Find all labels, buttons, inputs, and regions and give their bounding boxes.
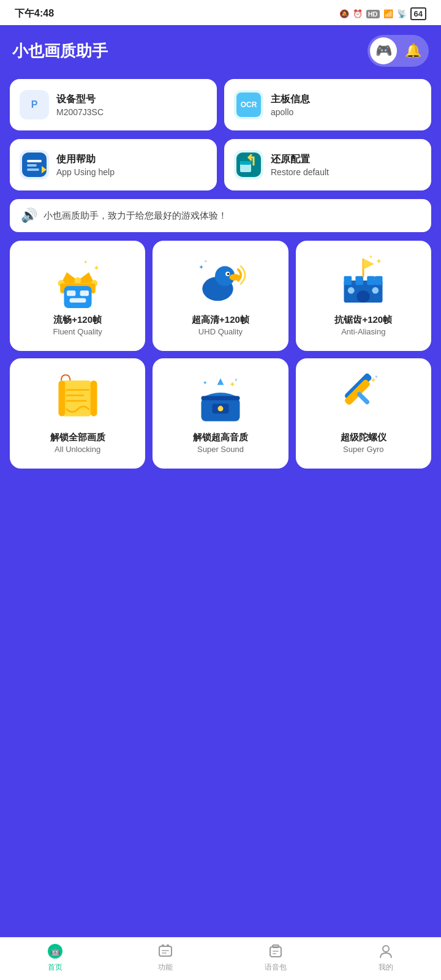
restore-text: 还原配置 Restore default — [271, 153, 329, 177]
super-gyro-icon: ✦ ✦ — [336, 371, 391, 426]
uhd-quality-icon: ✦ ✦ — [193, 253, 248, 308]
svg-text:✦: ✦ — [375, 257, 382, 266]
svg-text:🤖: 🤖 — [50, 946, 61, 957]
fluent-quality-cn: 流畅+120帧 — [53, 314, 102, 326]
super-gyro-cn: 超级陀螺仪 — [341, 432, 386, 443]
status-bar: 下午4:48 🔕 ⏰ HD 📶 📡 64 — [0, 0, 441, 25]
restore-card[interactable]: 还原配置 Restore default — [224, 139, 431, 190]
svg-rect-70 — [273, 951, 279, 952]
svg-rect-64 — [162, 944, 164, 947]
app-title: 小也画质助手 — [12, 40, 108, 62]
gamepad-button[interactable]: 🎮 — [370, 37, 397, 64]
svg-rect-34 — [348, 287, 355, 294]
svg-rect-17 — [80, 290, 88, 296]
fluent-quality-en: Fluent Quality — [53, 327, 102, 336]
device-icon: P — [20, 90, 49, 119]
super-sound-en: Super Sound — [197, 445, 244, 454]
home-nav-icon: 🤖 — [47, 943, 64, 960]
bell-icon: 🔔 — [405, 43, 421, 59]
svg-point-49 — [217, 406, 223, 412]
nav-features[interactable]: 功能 — [110, 943, 221, 973]
anti-aliasing-card[interactable]: ✦ ✦ 抗锯齿+120帧 Anti-Aliasing — [296, 241, 431, 351]
super-sound-cn: 解锁超高音质 — [193, 432, 248, 443]
main-content: P 设备型号 M2007J3SC OCR 主板信息 apollo — [0, 79, 441, 524]
voice-pack-nav-label: 语音包 — [265, 962, 287, 973]
info-cards-row: P 设备型号 M2007J3SC OCR 主板信息 apollo — [10, 79, 431, 130]
features-nav-icon — [157, 943, 174, 960]
device-model-value: M2007J3SC — [56, 107, 104, 117]
bottom-nav: 🤖 首页 功能 语音包 — [0, 937, 441, 980]
restore-icon — [234, 150, 263, 179]
mine-nav-label: 我的 — [379, 962, 393, 973]
app-help-card[interactable]: 使用帮助 App Using help — [10, 139, 217, 190]
svg-rect-71 — [273, 953, 276, 954]
all-unlocking-en: All Unlocking — [55, 445, 100, 454]
help-icon — [20, 150, 49, 179]
app-help-label: 使用帮助 — [56, 153, 115, 166]
features-nav-label: 功能 — [158, 962, 173, 973]
restore-label: 还原配置 — [271, 153, 329, 166]
battery-icon: 64 — [410, 7, 426, 20]
svg-rect-42 — [90, 380, 97, 417]
svg-rect-32 — [375, 276, 383, 285]
svg-rect-41 — [58, 380, 65, 417]
bell-button[interactable]: 🔔 — [399, 37, 426, 64]
svg-point-12 — [74, 277, 81, 284]
svg-text:✦: ✦ — [93, 264, 100, 273]
all-unlocking-icon — [50, 371, 105, 426]
svg-rect-35 — [372, 287, 379, 294]
svg-rect-5 — [27, 168, 39, 171]
svg-point-72 — [383, 946, 389, 952]
svg-rect-4 — [27, 164, 37, 167]
feature-grid: ✦ ✦ 流畅+120帧 Fluent Quality — [10, 241, 431, 469]
header-buttons: 🎮 🔔 — [368, 35, 429, 67]
svg-marker-53 — [217, 379, 224, 385]
svg-rect-67 — [162, 952, 167, 954]
svg-rect-65 — [167, 944, 169, 947]
device-model-card[interactable]: P 设备型号 M2007J3SC — [10, 79, 217, 130]
svg-text:✦: ✦ — [198, 263, 204, 271]
svg-text:P: P — [31, 99, 38, 110]
motherboard-label: 主板信息 — [271, 93, 310, 106]
super-gyro-en: Super Gyro — [343, 445, 383, 454]
svg-rect-9 — [240, 161, 251, 165]
hd-icon: HD — [366, 10, 380, 18]
svg-rect-30 — [356, 276, 364, 285]
motherboard-card[interactable]: OCR 主板信息 apollo — [224, 79, 431, 130]
mine-nav-icon — [377, 943, 394, 960]
gamepad-icon: 🎮 — [375, 43, 392, 59]
uhd-quality-cn: 超高清+120帧 — [192, 314, 249, 326]
alarm-icon: ⏰ — [353, 9, 363, 18]
anti-aliasing-cn: 抗锯齿+120帧 — [334, 314, 392, 326]
super-sound-icon: ✦ ✦ ✦ — [193, 371, 248, 426]
anti-aliasing-icon: ✦ ✦ — [336, 253, 391, 308]
wifi-icon: 📡 — [397, 9, 407, 18]
mute-icon: 🔕 — [339, 9, 349, 18]
nav-voice-pack[interactable]: 语音包 — [221, 943, 331, 973]
nav-mine[interactable]: 我的 — [331, 943, 441, 973]
svg-rect-31 — [368, 276, 375, 285]
svg-text:✦: ✦ — [369, 254, 373, 260]
svg-marker-57 — [350, 376, 357, 383]
super-sound-card[interactable]: ✦ ✦ ✦ 解锁超高音质 Super Sound — [153, 358, 288, 469]
svg-rect-58 — [356, 391, 371, 405]
speaker-icon: 🔊 — [21, 208, 37, 224]
nav-home[interactable]: 🤖 首页 — [0, 943, 110, 973]
all-unlocking-card[interactable]: 解锁全部画质 All Unlocking — [10, 358, 145, 469]
svg-rect-16 — [67, 290, 75, 296]
banner: 🔊 小也画质助手，致力于给您最好的游戏体验！ — [10, 199, 431, 232]
svg-rect-18 — [69, 298, 86, 303]
svg-text:✦: ✦ — [234, 377, 238, 383]
ocr-icon: OCR — [234, 90, 263, 119]
svg-rect-15 — [64, 286, 91, 308]
restore-sublabel: Restore default — [271, 167, 329, 177]
fluent-quality-card[interactable]: ✦ ✦ 流畅+120帧 Fluent Quality — [10, 241, 145, 351]
anti-aliasing-en: Anti-Aliasing — [341, 327, 385, 336]
svg-text:✦: ✦ — [374, 374, 379, 380]
uhd-quality-card[interactable]: ✦ ✦ 超高清+120帧 UHD Quality — [153, 241, 288, 351]
fluent-quality-icon: ✦ ✦ — [50, 253, 105, 308]
motherboard-value: apollo — [271, 107, 310, 117]
svg-rect-66 — [162, 950, 169, 951]
super-gyro-card[interactable]: ✦ ✦ 超级陀螺仪 Super Gyro — [296, 358, 431, 469]
voice-pack-nav-icon — [267, 943, 284, 960]
